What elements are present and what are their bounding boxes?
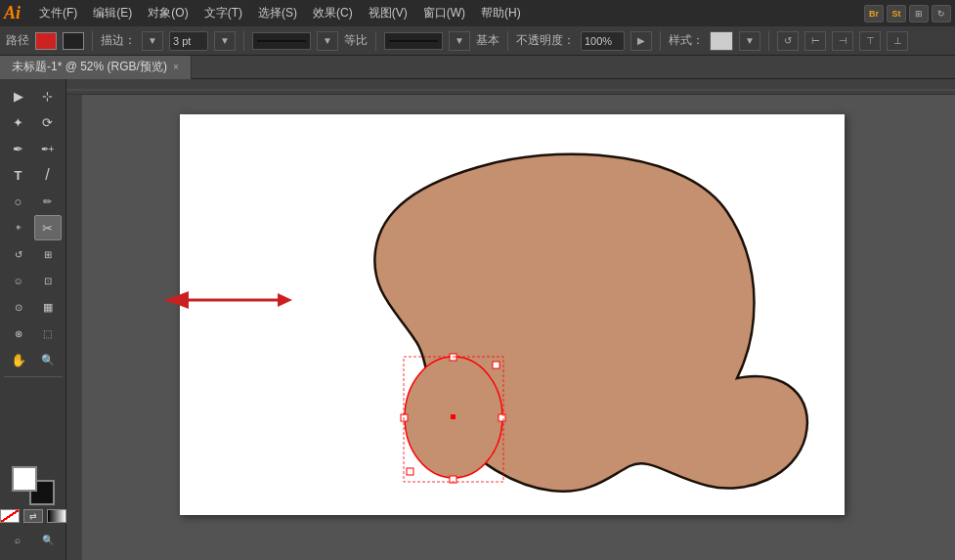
ellipse-tool[interactable]: ○: [5, 189, 32, 214]
path-label: 路径: [6, 32, 29, 49]
lasso-tool[interactable]: ⟳: [34, 109, 62, 135]
divider-1: [92, 31, 93, 51]
divider-3: [375, 31, 376, 51]
color-boxes: [12, 466, 55, 505]
more-btn[interactable]: ⊥: [887, 31, 908, 51]
tool-row-9: ⊙ ▦: [0, 294, 65, 320]
tool-row-10: ⊗ ⬚: [0, 321, 65, 346]
opacity-label: 不透明度：: [516, 32, 575, 49]
tool-row-6: ⌖ ✂: [0, 215, 65, 240]
menu-object[interactable]: 对象(O): [141, 3, 195, 23]
foreground-color-box[interactable]: [12, 466, 37, 492]
tool-row-3: ✒ ✒+: [0, 136, 65, 161]
tool-row-1: ▶ ⊹: [0, 83, 65, 108]
bridge-icons: Br St ⊞ ↻: [864, 5, 951, 22]
face-tool[interactable]: ☺: [5, 268, 32, 293]
artboard-tool[interactable]: ⊗: [5, 321, 32, 346]
toolbar: ▶ ⊹ ✦ ⟳ ✒ ✒+ T / ○ ✏ ⌖ ✂ ↺ ⊞ ☺ ⊡: [0, 79, 66, 560]
stroke-value-input[interactable]: 3 pt: [169, 31, 208, 51]
zoom-tool[interactable]: 🔍: [34, 347, 62, 372]
menu-text[interactable]: 文字(T): [197, 3, 249, 23]
svg-rect-8: [493, 362, 499, 368]
menu-effect[interactable]: 效果(C): [306, 3, 360, 23]
fill-color-box[interactable]: [35, 32, 57, 50]
ruler-top: [66, 79, 955, 95]
zoom-icon2[interactable]: 🔍: [34, 527, 62, 552]
stroke-style-btn[interactable]: ▼: [317, 31, 338, 51]
hand-tool[interactable]: ✋: [5, 347, 32, 372]
magic-wand-tool[interactable]: ✦: [5, 109, 32, 135]
style-preview-box[interactable]: [710, 31, 733, 51]
distribute-btn[interactable]: ⊤: [859, 31, 881, 51]
pen-tool[interactable]: ✒: [5, 136, 32, 161]
eyedropper-tool[interactable]: ▦: [34, 294, 62, 320]
grid-icon[interactable]: ⊞: [909, 5, 929, 22]
document-tab[interactable]: 未标题-1* @ 52% (RGB/预览) ×: [0, 56, 192, 79]
artboard: [180, 114, 845, 515]
opacity-input[interactable]: 100%: [581, 31, 625, 51]
svg-rect-0: [66, 79, 955, 94]
symbol-tool[interactable]: ⊞: [34, 241, 62, 267]
menu-right-icons: Br St ⊞ ↻: [864, 5, 951, 22]
mesh-tool[interactable]: ⊡: [34, 268, 62, 293]
menu-window[interactable]: 窗口(W): [416, 3, 472, 23]
menu-view[interactable]: 视图(V): [362, 3, 414, 23]
app-logo: Ai: [4, 3, 21, 23]
svg-rect-7: [499, 414, 505, 421]
menu-bar: Ai 文件(F) 编辑(E) 对象(O) 文字(T) 选择(S) 效果(C) 视…: [0, 0, 955, 26]
toolbar-separator: [4, 376, 63, 377]
sync-icon[interactable]: ↻: [932, 5, 951, 22]
divider-5: [660, 31, 661, 51]
none-color[interactable]: [0, 509, 20, 523]
menu-select[interactable]: 选择(S): [251, 3, 304, 23]
blend-tool[interactable]: ↺: [5, 241, 32, 267]
line-tool[interactable]: /: [34, 162, 62, 188]
canvas-work-area[interactable]: [82, 95, 955, 560]
menu-help[interactable]: 帮助(H): [474, 3, 528, 23]
svg-rect-6: [401, 414, 408, 421]
stroke-box[interactable]: [63, 32, 84, 50]
stock-icon[interactable]: St: [887, 5, 906, 22]
search-icon[interactable]: ⌕: [4, 527, 31, 552]
tab-bar: 未标题-1* @ 52% (RGB/预览) ×: [0, 56, 955, 79]
tab-label: 未标题-1* @ 52% (RGB/预览): [12, 59, 167, 75]
pen-add-tool[interactable]: ✒+: [34, 136, 62, 161]
stroke-down-btn[interactable]: ▼: [142, 31, 163, 51]
stroke-unit-btn[interactable]: ▼: [214, 31, 236, 51]
menu-file[interactable]: 文件(F): [32, 3, 84, 23]
divider-4: [507, 31, 508, 51]
reset-btn[interactable]: ↺: [777, 31, 799, 51]
stroke-label: 描边：: [101, 32, 136, 49]
line-basic-label: 基本: [476, 32, 499, 49]
gradient-swatch[interactable]: [47, 509, 66, 523]
artboard-svg: [180, 114, 845, 515]
selection-tool[interactable]: ▶: [5, 83, 32, 108]
menu-edit[interactable]: 编辑(E): [86, 3, 139, 23]
pencil-tool[interactable]: ✏: [34, 189, 62, 214]
tab-close-btn[interactable]: ×: [173, 62, 179, 72]
tool-row-5: ○ ✏: [0, 189, 65, 214]
style-arrow-btn[interactable]: ▼: [739, 31, 760, 51]
stroke-style2-btn[interactable]: ▼: [449, 31, 470, 51]
canvas-body: [66, 95, 955, 560]
stroke-line2-preview[interactable]: [384, 32, 443, 50]
opacity-arrow-btn[interactable]: ▶: [630, 31, 652, 51]
ruler-left: [66, 95, 82, 560]
tool-row-7: ↺ ⊞: [0, 241, 65, 267]
bridge-icon[interactable]: Br: [864, 5, 884, 22]
direct-selection-tool[interactable]: ⊹: [34, 83, 62, 108]
type-tool[interactable]: T: [5, 162, 32, 188]
options-bar: 路径 描边： ▼ 3 pt ▼ ▼ 等比 ▼ 基本 不透明度： 100% ▶ 样…: [0, 26, 955, 56]
divider-6: [768, 31, 769, 51]
divider-2: [243, 31, 244, 51]
gradient-tool[interactable]: ⊙: [5, 294, 32, 320]
slice-tool[interactable]: ⬚: [34, 321, 62, 346]
canvas-area[interactable]: [66, 79, 955, 560]
align-right-btn[interactable]: ⊣: [832, 31, 853, 51]
swap-colors[interactable]: ⇄: [23, 509, 43, 523]
svg-rect-10: [451, 414, 456, 419]
stroke-line-preview[interactable]: [252, 32, 311, 50]
rotate-tool[interactable]: ⌖: [5, 215, 32, 240]
align-left-btn[interactable]: ⊢: [804, 31, 826, 51]
scissors-tool[interactable]: ✂: [34, 215, 62, 240]
